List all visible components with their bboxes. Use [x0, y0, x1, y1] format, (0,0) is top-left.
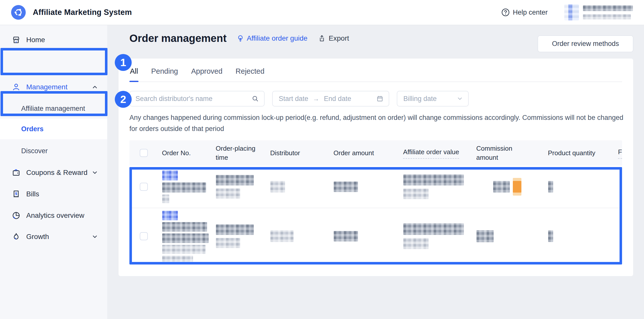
tab-rejected[interactable]: Rejected: [235, 64, 265, 82]
orders-table: Order No. Order-placing time Distributor…: [129, 140, 622, 264]
cell-order-amount-redacted: [324, 208, 393, 264]
svg-text:$: $: [15, 192, 17, 196]
chevron-down-icon: [92, 169, 98, 176]
page-title: Order management: [129, 32, 227, 44]
table-row[interactable]: [129, 208, 622, 264]
pie-chart-icon: [12, 211, 21, 220]
col-affiliate-order-value: Affiliate order value: [393, 140, 466, 166]
export-label: Export: [329, 34, 349, 42]
table-row[interactable]: [129, 166, 622, 208]
billing-date-placeholder: Billing date: [403, 95, 437, 103]
annotation-step-1: 1: [115, 54, 132, 71]
search-icon: [251, 95, 259, 102]
annotation-step-2: 2: [115, 91, 132, 108]
col-product-quantity: Product quantity: [538, 140, 608, 166]
cell-order-no-redacted: [152, 208, 206, 264]
screen: Affiliate Marketing System Help center: [0, 0, 644, 319]
end-date-placeholder: End date: [324, 95, 351, 103]
app-header: Affiliate Marketing System Help center: [0, 0, 644, 25]
sidebar-item-label: Orders: [21, 125, 44, 133]
order-management-card: All Pending Approved Rejected Start date…: [119, 59, 633, 276]
cell-distributor-redacted: [260, 166, 324, 208]
export-button[interactable]: Export: [318, 34, 349, 42]
col-order-amount: Order amount: [324, 140, 393, 166]
sidebar: Home Management Affiliate management Ord…: [0, 25, 107, 319]
cell-order-no-redacted: [152, 166, 206, 208]
col-clipped: F: [608, 140, 622, 166]
cell-affiliate-value-redacted: [393, 166, 466, 208]
user-name-redacted: [583, 5, 633, 11]
sidebar-item-orders[interactable]: Orders: [0, 119, 107, 139]
arrow-right-icon: →: [313, 95, 319, 103]
help-center-label: Help center: [513, 9, 548, 16]
sidebar-item-coupons-reward[interactable]: Coupons & Reward: [0, 162, 107, 183]
user-menu[interactable]: [564, 4, 633, 20]
user-email-redacted: [583, 14, 631, 19]
sidebar-item-label: Bills: [26, 190, 39, 198]
chevron-down-icon: [457, 95, 463, 102]
order-review-methods-button[interactable]: Order review methods: [538, 35, 633, 52]
calendar-icon: [376, 95, 384, 102]
export-icon: [318, 35, 326, 42]
search-distributor-field[interactable]: [129, 91, 265, 107]
row-checkbox[interactable]: [140, 232, 148, 240]
sidebar-item-label: Discover: [21, 147, 48, 155]
sidebar-item-home[interactable]: Home: [0, 29, 107, 50]
commission-note: Any changes happened during commission l…: [129, 112, 624, 134]
app-logo-icon: [11, 5, 26, 20]
start-date-placeholder: Start date: [279, 95, 308, 103]
storefront-icon: [12, 35, 21, 44]
page-header: Order management Affiliate order guide E…: [129, 32, 349, 44]
sidebar-item-affiliate-management[interactable]: Affiliate management: [0, 98, 107, 119]
tab-approved[interactable]: Approved: [191, 64, 223, 82]
billing-date-select[interactable]: Billing date: [397, 91, 469, 107]
cell-order-amount-redacted: [324, 166, 393, 208]
affiliate-order-guide-link[interactable]: Affiliate order guide: [237, 34, 307, 42]
cell-distributor-redacted: [260, 208, 324, 264]
help-icon: [501, 8, 510, 17]
sidebar-item-label: Coupons & Reward: [26, 169, 88, 177]
col-order-placing-time: Order-placing time: [206, 140, 260, 166]
select-all-checkbox[interactable]: [140, 149, 148, 157]
chevron-up-icon: [92, 84, 98, 90]
chevron-down-icon: [92, 233, 98, 240]
wallet-icon: [12, 168, 21, 177]
col-order-no: Order No.: [152, 140, 206, 166]
cell-commission-redacted: [466, 166, 538, 208]
filter-bar: Start date → End date Billing date: [129, 91, 469, 107]
sidebar-item-label: Growth: [26, 233, 49, 241]
sidebar-item-label: Affiliate management: [21, 105, 85, 113]
table-header-row: Order No. Order-placing time Distributor…: [129, 140, 622, 166]
sidebar-item-discover[interactable]: Discover: [0, 140, 107, 162]
col-distributor: Distributor: [260, 140, 324, 166]
tab-pending[interactable]: Pending: [151, 64, 178, 82]
status-tabs: All Pending Approved Rejected: [129, 64, 622, 82]
flame-icon: [12, 232, 21, 241]
commission-flag-icon: [513, 178, 521, 196]
cell-quantity-redacted: [538, 208, 608, 264]
sidebar-item-label: Analytics overview: [26, 211, 84, 220]
sidebar-item-analytics-overview[interactable]: Analytics overview: [0, 205, 107, 226]
row-checkbox[interactable]: [140, 183, 148, 191]
cell-affiliate-value-redacted: [393, 208, 466, 264]
sidebar-item-growth[interactable]: Growth: [0, 226, 107, 247]
sidebar-item-bills[interactable]: $ Bills: [0, 183, 107, 205]
col-commission-amount: Commission amount: [466, 140, 538, 166]
sidebar-item-management[interactable]: Management: [0, 76, 107, 98]
bill-icon: $: [12, 190, 21, 199]
search-input[interactable]: [135, 95, 251, 103]
sidebar-item-label: Home: [26, 36, 45, 44]
bulb-icon: [237, 35, 244, 42]
app-title: Affiliate Marketing System: [33, 8, 132, 17]
sidebar-item-label: Management: [26, 83, 67, 91]
help-center-link[interactable]: Help center: [501, 8, 548, 17]
date-range-picker[interactable]: Start date → End date: [272, 91, 389, 107]
cell-time-redacted: [206, 208, 260, 264]
guide-link-label: Affiliate order guide: [247, 34, 307, 42]
cell-time-redacted: [206, 166, 260, 208]
cell-quantity-redacted: [538, 166, 608, 208]
person-icon: [12, 83, 21, 92]
cell-commission-redacted: [466, 208, 538, 264]
avatar: [564, 4, 579, 20]
tab-all[interactable]: All: [129, 64, 138, 82]
